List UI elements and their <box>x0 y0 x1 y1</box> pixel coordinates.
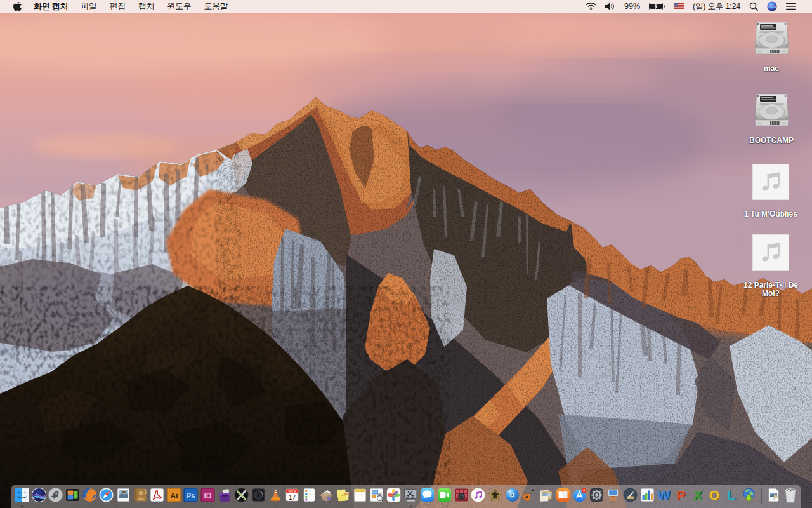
svg-text:W: W <box>657 488 670 502</box>
svg-text:O: O <box>709 488 719 502</box>
svg-text:X: X <box>693 488 702 502</box>
svg-text:4: 4 <box>583 488 585 492</box>
svg-text:Ps: Ps <box>187 491 196 500</box>
svg-text:17: 17 <box>289 493 296 500</box>
svg-text:일요일: 일요일 <box>288 489 296 492</box>
svg-text:P: P <box>676 488 685 502</box>
svg-text:Ai: Ai <box>170 491 178 500</box>
svg-text:L: L <box>727 488 735 502</box>
svg-text:ID: ID <box>204 491 212 500</box>
svg-text:rtf: rtf <box>772 498 774 500</box>
svg-text:Rapa: Rapa <box>344 493 350 495</box>
